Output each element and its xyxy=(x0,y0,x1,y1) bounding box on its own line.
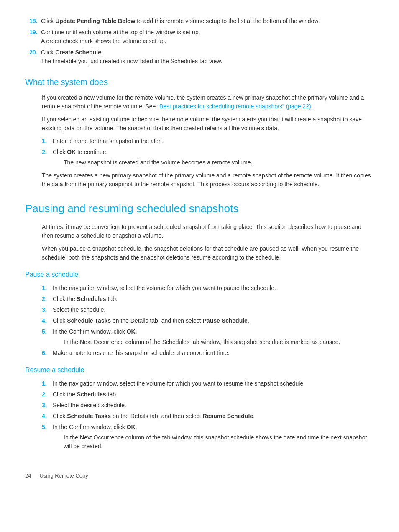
step-19: 19. Continue until each volume at the to… xyxy=(25,28,374,46)
footer-page-number: 24 xyxy=(25,472,31,480)
resume-step-1-content: In the navigation window, select the vol… xyxy=(53,379,374,388)
resume-step-5-bold: OK xyxy=(127,424,136,430)
step-18-content: Click Update Pending Table Below to add … xyxy=(41,17,374,26)
what-step-1-num: 1. xyxy=(42,137,53,146)
content-area: 18. Click Update Pending Table Below to … xyxy=(25,17,374,480)
resume-step-4: 4. Click Schedule Tasks on the Details t… xyxy=(42,412,374,421)
pause-step-3-num: 3. xyxy=(42,306,53,314)
step-19-note: A green check mark shows the volume is s… xyxy=(41,37,374,46)
pause-step-1-num: 1. xyxy=(42,284,53,293)
pause-step-2-num: 2. xyxy=(42,295,53,303)
step-20-content: Click Create Schedule. The timetable you… xyxy=(41,48,374,66)
pause-step-1: 1. In the navigation window, select the … xyxy=(42,284,374,293)
what-step-2-note: The new snapshot is created and the volu… xyxy=(53,158,374,167)
pause-schedule-heading: Pause a schedule xyxy=(25,270,374,280)
pause-step-5-content: In the Confirm window, click OK. In the … xyxy=(53,327,374,347)
pause-step-6-content: Make a note to resume this snapshot sche… xyxy=(53,349,374,357)
pause-step-3-content: Select the schedule. xyxy=(53,306,374,314)
resume-step-4-bold2: Resume Schedule xyxy=(203,413,253,419)
resume-step-5-content: In the Confirm window, click OK. In the … xyxy=(53,423,374,451)
resume-step-1-num: 1. xyxy=(42,379,53,388)
what-step-2-bold: OK xyxy=(67,149,76,155)
what-system-does-para2: If you selected an existing volume to be… xyxy=(25,115,374,133)
what-step-1-content: Enter a name for that snapshot in the al… xyxy=(53,137,374,146)
resume-step-4-bold1: Schedule Tasks xyxy=(67,413,111,419)
pausing-section-heading: Pausing and resuming scheduled snapshots xyxy=(25,200,374,217)
pause-step-2-bold: Schedules xyxy=(77,296,106,302)
pause-step-4-bold2: Pause Schedule xyxy=(203,317,248,324)
resume-schedule-heading: Resume a schedule xyxy=(25,365,374,375)
step-18: 18. Click Update Pending Table Below to … xyxy=(25,17,374,26)
resume-step-5: 5. In the Confirm window, click OK. In t… xyxy=(42,423,374,451)
resume-steps-list: 1. In the navigation window, select the … xyxy=(42,379,374,451)
resume-step-5-num: 5. xyxy=(42,423,53,451)
pause-step-6: 6. Make a note to resume this snapshot s… xyxy=(42,349,374,357)
pause-step-4-num: 4. xyxy=(42,316,53,325)
what-step-2-content: Click OK to continue. The new snapshot i… xyxy=(53,148,374,167)
resume-step-3: 3. Select the desired schedule. xyxy=(42,401,374,410)
pause-step-5-num: 5. xyxy=(42,327,53,347)
what-system-steps: 1. Enter a name for that snapshot in the… xyxy=(42,137,374,167)
pause-step-4: 4. Click Schedule Tasks on the Details t… xyxy=(42,316,374,325)
page-footer: 24 Using Remote Copy xyxy=(25,468,374,480)
pause-step-4-content: Click Schedule Tasks on the Details tab,… xyxy=(53,316,374,325)
pause-step-6-num: 6. xyxy=(42,349,53,357)
what-system-does-para1: If you created a new volume for the remo… xyxy=(25,93,374,111)
step-19-content: Continue until each volume at the top of… xyxy=(41,28,374,46)
resume-step-3-num: 3. xyxy=(42,401,53,410)
pausing-para1: At times, it may be convenient to preven… xyxy=(25,223,374,240)
top-steps-list: 18. Click Update Pending Table Below to … xyxy=(25,17,374,66)
step-20-number: 20. xyxy=(29,48,41,66)
resume-step-4-num: 4. xyxy=(42,412,53,421)
pause-step-3: 3. Select the schedule. xyxy=(42,306,374,314)
resume-step-2-num: 2. xyxy=(42,390,53,399)
footer-section-title: Using Remote Copy xyxy=(39,472,88,480)
pause-step-5-bold: OK xyxy=(127,328,136,335)
resume-step-3-content: Select the desired schedule. xyxy=(53,401,374,410)
step-19-number: 19. xyxy=(29,28,41,46)
step-20-note: The timetable you just created is now li… xyxy=(41,57,374,66)
pause-step-2: 2. Click the Schedules tab. xyxy=(42,295,374,303)
what-step-2: 2. Click OK to continue. The new snapsho… xyxy=(42,148,374,167)
what-system-does-para3: The system creates a new primary snapsho… xyxy=(25,171,374,189)
resume-step-2: 2. Click the Schedules tab. xyxy=(42,390,374,399)
step-18-number: 18. xyxy=(29,17,41,26)
what-step-1: 1. Enter a name for that snapshot in the… xyxy=(42,137,374,146)
step-20: 20. Click Create Schedule. The timetable… xyxy=(25,48,374,66)
step-18-bold: Update Pending Table Below xyxy=(55,18,135,24)
what-system-does-heading: What the system does xyxy=(25,76,374,88)
pausing-para2: When you pause a snapshot schedule, the … xyxy=(25,244,374,262)
what-step-2-num: 2. xyxy=(42,148,53,167)
pause-steps-list: 1. In the navigation window, select the … xyxy=(42,284,374,357)
pause-step-2-content: Click the Schedules tab. xyxy=(53,295,374,303)
resume-step-2-content: Click the Schedules tab. xyxy=(53,390,374,399)
resume-step-4-content: Click Schedule Tasks on the Details tab,… xyxy=(53,412,374,421)
pause-step-4-bold1: Schedule Tasks xyxy=(67,317,111,324)
pause-step-5: 5. In the Confirm window, click OK. In t… xyxy=(42,327,374,347)
resume-step-5-note: In the Next Occurrence column of the tab… xyxy=(53,433,374,451)
pause-step-5-note: In the Next Occurrence column of the Sch… xyxy=(53,338,374,347)
resume-step-1: 1. In the navigation window, select the … xyxy=(42,379,374,388)
resume-step-2-bold: Schedules xyxy=(77,391,106,398)
pause-step-1-content: In the navigation window, select the vol… xyxy=(53,284,374,293)
best-practices-link[interactable]: “Best practices for scheduling remote sn… xyxy=(157,103,311,110)
step-20-bold: Create Schedule xyxy=(55,49,101,56)
